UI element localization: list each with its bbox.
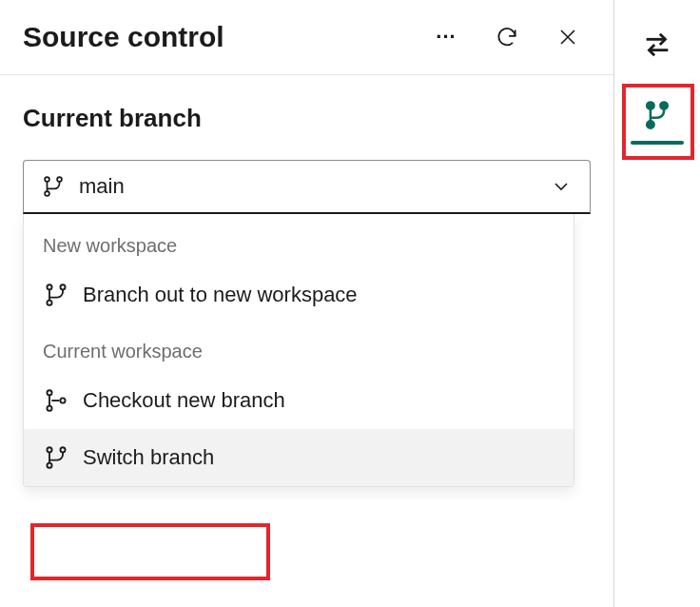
- branch-icon: [41, 174, 66, 199]
- more-icon: ···: [436, 27, 456, 48]
- menu-group-new-workspace: New workspace: [24, 227, 574, 266]
- current-branch-section: Current branch main New workspace: [0, 75, 613, 487]
- highlight-switch-branch: [30, 523, 270, 580]
- menu-item-checkout[interactable]: Checkout new branch: [24, 372, 574, 429]
- refresh-button[interactable]: [492, 22, 522, 52]
- svg-point-7: [47, 406, 51, 411]
- branch-dropdown-menu: New workspace Branch out to new workspac…: [23, 214, 574, 487]
- section-title: Current branch: [23, 104, 591, 133]
- svg-point-5: [60, 284, 65, 289]
- svg-point-2: [57, 177, 62, 182]
- menu-item-label: Switch branch: [83, 445, 214, 470]
- svg-point-8: [60, 398, 65, 402]
- svg-point-11: [60, 447, 65, 452]
- branch-dropdown-value: main: [79, 174, 536, 199]
- more-options-button[interactable]: ···: [431, 22, 461, 52]
- panel-header: Source control ···: [0, 0, 613, 75]
- close-icon: [556, 26, 579, 49]
- svg-point-4: [47, 301, 51, 305]
- swap-arrows-icon: [641, 29, 673, 61]
- menu-item-switch-branch[interactable]: Switch branch: [24, 429, 574, 486]
- refresh-icon: [495, 25, 519, 49]
- menu-item-branch-out[interactable]: Branch out to new workspace: [24, 266, 574, 323]
- svg-point-9: [47, 447, 51, 452]
- chevron-down-icon: [550, 175, 573, 198]
- rail-source-control-button[interactable]: [625, 82, 690, 148]
- right-rail: [614, 0, 700, 148]
- menu-group-current-workspace: Current workspace: [24, 323, 574, 372]
- rail-selected-indicator: [631, 141, 684, 145]
- menu-item-label: Checkout new branch: [83, 388, 285, 413]
- branch-icon: [43, 282, 69, 308]
- svg-point-10: [47, 463, 51, 468]
- svg-point-3: [47, 284, 51, 289]
- svg-point-12: [647, 102, 653, 108]
- panel-title: Source control: [23, 21, 431, 53]
- branch-icon: [43, 444, 69, 471]
- source-control-panel: Source control ··· Current branch: [0, 0, 614, 607]
- close-button[interactable]: [553, 22, 583, 52]
- branch-icon: [641, 99, 673, 131]
- header-actions: ···: [431, 22, 591, 52]
- rail-swap-button[interactable]: [625, 21, 690, 69]
- svg-point-13: [647, 121, 653, 127]
- svg-point-6: [47, 390, 51, 395]
- svg-point-1: [45, 191, 49, 196]
- svg-point-14: [660, 102, 667, 108]
- svg-point-0: [45, 177, 49, 182]
- menu-item-label: Branch out to new workspace: [83, 283, 358, 307]
- checkout-branch-icon: [43, 387, 69, 414]
- branch-dropdown[interactable]: main: [23, 160, 591, 214]
